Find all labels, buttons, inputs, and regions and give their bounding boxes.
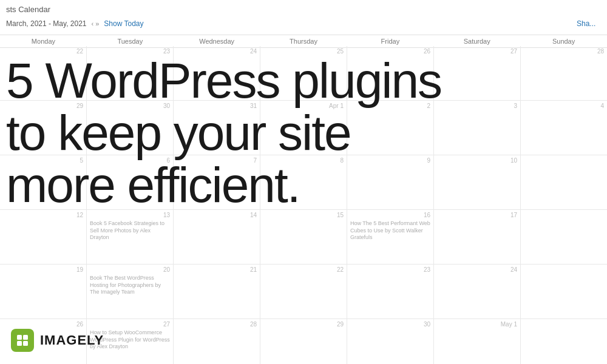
day-header-wed: Wednesday	[174, 35, 260, 47]
svg-rect-0	[17, 335, 22, 340]
date-range: March, 2021 - May, 2021	[6, 19, 87, 28]
day-cell: 15	[260, 210, 347, 264]
headline-line1: 5 WordPress plugins	[6, 55, 441, 107]
day-cell: 4	[521, 101, 607, 155]
day-header-fri: Friday	[347, 35, 433, 47]
calendar-title: sts Calendar	[6, 5, 50, 14]
day-header-tue: Tuesday	[87, 35, 174, 47]
event-item[interactable]: Book 5 Facebook Strategies to Sell More …	[90, 220, 170, 241]
day-cell: 21	[174, 265, 260, 318]
event-item[interactable]: Book The Best WordPress Hosting for Phot…	[90, 275, 170, 296]
week-row: 12 13Book 5 Facebook Strategies to Sell …	[0, 210, 607, 265]
day-cell: 13Book 5 Facebook Strategies to Sell Mor…	[87, 210, 174, 264]
day-cell	[521, 265, 607, 318]
headline-line2: to keep your site	[6, 107, 441, 159]
nav-arrows[interactable]: ‹ »	[92, 20, 100, 27]
event-item[interactable]: How The 5 Best Performant Web Cubes to U…	[350, 220, 430, 241]
week-row: 19 20Book The Best WordPress Hosting for…	[0, 265, 607, 319]
calendar-nav: March, 2021 - May, 2021 ‹ » Show Today S…	[6, 19, 144, 28]
day-cell: 16How The 5 Best Performant Web Cubes to…	[347, 210, 434, 264]
headline: 5 WordPress plugins to keep your site mo…	[6, 55, 441, 211]
day-cell: 3	[434, 101, 521, 155]
show-today-link[interactable]: Show Today	[104, 19, 143, 28]
day-cell: 10	[434, 155, 521, 209]
day-cell: 27	[434, 46, 521, 100]
day-cell: 30	[347, 319, 434, 364]
day-cell: 12	[0, 210, 87, 264]
day-cell	[521, 319, 607, 364]
imagely-logo-text: IMAGELY	[40, 332, 104, 348]
share-link[interactable]: Sha...	[577, 19, 595, 28]
day-cell	[521, 210, 607, 264]
day-header-thu: Thursday	[260, 35, 347, 47]
day-cell: 20Book The Best WordPress Hosting for Ph…	[87, 265, 174, 318]
day-cell: 28	[174, 319, 260, 364]
day-header-sun: Sunday	[520, 35, 607, 47]
day-cell: May 1	[434, 319, 521, 364]
day-header-mon: Monday	[0, 35, 87, 47]
svg-rect-2	[17, 341, 22, 346]
imagely-logo-icon	[11, 329, 34, 352]
day-cell: 19	[0, 265, 87, 318]
svg-rect-1	[23, 335, 28, 340]
day-cell: 29	[260, 319, 347, 364]
svg-rect-3	[23, 341, 28, 346]
day-cell: 14	[174, 210, 260, 264]
day-cell: 22	[260, 265, 347, 318]
day-header-sat: Saturday	[433, 35, 520, 47]
day-cell	[521, 155, 607, 209]
day-cell: 28	[521, 46, 607, 100]
day-cell: 17	[434, 210, 521, 264]
day-cell: 24	[434, 265, 521, 318]
logo-bar: IMAGELY	[11, 329, 104, 352]
day-cell: 23	[347, 265, 434, 318]
imagely-logo-svg	[16, 334, 29, 347]
headline-line3: more efficient.	[6, 159, 441, 211]
